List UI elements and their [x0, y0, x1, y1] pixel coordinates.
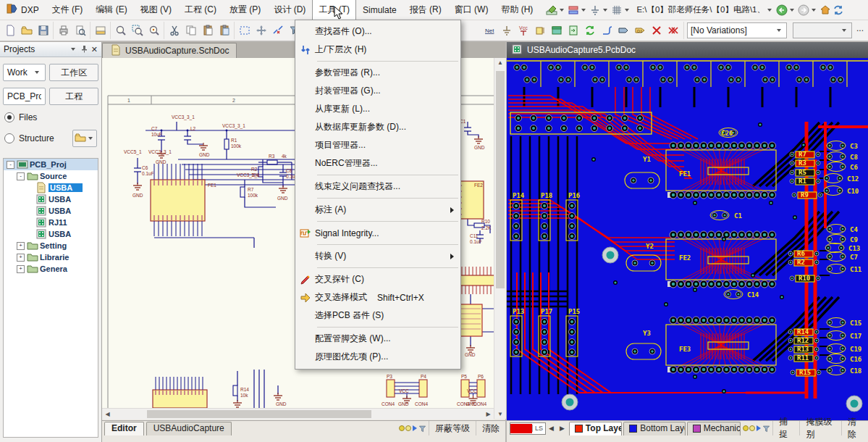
scroll-left-icon[interactable]: ◀: [102, 411, 113, 417]
tree-item[interactable]: -Source: [4, 170, 98, 182]
open-icon[interactable]: [18, 22, 35, 38]
files-radio[interactable]: [4, 112, 14, 122]
annotate-tag-icon[interactable]: D1: [632, 22, 649, 38]
vcc-port-icon[interactable]: Vcc: [515, 22, 532, 38]
mask-level-button[interactable]: 屏蔽等级: [429, 421, 476, 435]
tools-menu-item[interactable]: 项目管理器...: [295, 136, 460, 154]
scroll-right-icon[interactable]: ▶: [483, 411, 494, 417]
zoom-fit-icon[interactable]: [112, 22, 129, 38]
structure-radio[interactable]: [4, 133, 14, 143]
editor-tab[interactable]: Editor: [104, 422, 144, 435]
tab-schdoc[interactable]: USBAudioCapture.SchDoc: [102, 43, 237, 58]
scrollbar-thumb[interactable]: [147, 410, 371, 418]
gnd-port-icon[interactable]: [499, 22, 515, 38]
bus-entry-icon[interactable]: [599, 22, 615, 38]
layer-tab[interactable]: Top Layer: [569, 422, 622, 435]
tree-expand-toggle[interactable]: +: [17, 254, 25, 262]
layer-scroll-left-icon[interactable]: ◀: [546, 425, 557, 432]
pcb-canvas[interactable]: C20Y1FE1P14P18P16C1C3C8C6C12C10R7R3R5R1R…: [507, 58, 868, 420]
filter-icon[interactable]: [762, 425, 770, 433]
project-button[interactable]: 工程: [49, 88, 98, 105]
place-part-icon[interactable]: [532, 22, 549, 38]
print-preview-icon[interactable]: [72, 22, 88, 38]
filter-icon[interactable]: [418, 425, 426, 433]
no-erc-all-icon[interactable]: [665, 22, 682, 38]
document-bottom-tab[interactable]: USBAudioCapture: [146, 422, 232, 435]
menubar-item[interactable]: 视图 (V): [134, 0, 178, 20]
scrollbar-thumb[interactable]: [496, 71, 505, 288]
layer-tab[interactable]: Bottom Layer: [623, 422, 685, 435]
workspace-panel-icon[interactable]: [92, 22, 109, 38]
tree-expand-toggle[interactable]: +: [17, 265, 25, 273]
tree-item[interactable]: USBA: [4, 193, 98, 205]
tree-item[interactable]: RJ11: [4, 217, 98, 228]
menubar-item[interactable]: 文件 (F): [46, 0, 90, 20]
tools-menu-item[interactable]: 交叉选择模式Shift+Ctrl+X: [295, 288, 460, 307]
tools-menu-item[interactable]: 从数据库更新参数 (D)...: [295, 118, 460, 136]
tree-item[interactable]: +Setting: [4, 240, 98, 251]
tools-menu-item[interactable]: 线束定义问题查找器...: [295, 178, 460, 196]
menubar-item[interactable]: Simulate: [356, 1, 403, 19]
zoom-area-icon[interactable]: [129, 22, 146, 38]
mask-level-button[interactable]: 掩膜级别: [799, 421, 840, 435]
forward-icon[interactable]: [797, 2, 819, 18]
home-icon[interactable]: [819, 2, 832, 18]
cut-icon[interactable]: [166, 22, 182, 38]
panel-menu-icon[interactable]: [71, 48, 75, 51]
variations-dropdown[interactable]: [No Variations]: [687, 22, 787, 38]
scroll-down-icon[interactable]: ▼: [494, 411, 506, 417]
tree-item[interactable]: -PCB_Proj: [4, 159, 98, 170]
sheet-entry-icon[interactable]: [565, 22, 582, 38]
tree-item[interactable]: USBA: [4, 228, 98, 240]
dxp-menu[interactable]: DXP: [0, 0, 46, 20]
back-icon[interactable]: [775, 2, 797, 18]
tools-menu-item[interactable]: 选择PCB 器件 (S): [295, 307, 460, 325]
tree-expand-toggle[interactable]: +: [17, 242, 25, 250]
sheet-symbol-icon[interactable]: [549, 22, 565, 38]
empty-dropdown[interactable]: [793, 22, 852, 38]
tree-item[interactable]: +Librarie: [4, 251, 98, 263]
menubar-item[interactable]: 窗口 (W): [448, 0, 495, 20]
tools-menu-item[interactable]: 封装管理器 (G)...: [295, 82, 460, 100]
tools-menu-item[interactable]: 从库更新 (L)...: [295, 100, 460, 118]
open-project-button[interactable]: [72, 130, 97, 147]
paste-special-icon[interactable]: [216, 22, 232, 38]
draw-tools-icon[interactable]: [545, 2, 567, 18]
pcb-title-bar[interactable]: USBAudioCapture5.PcbDoc: [507, 42, 868, 58]
tree-item[interactable]: +Genera: [4, 263, 98, 275]
move-selection-icon[interactable]: [253, 22, 269, 38]
no-erc-icon[interactable]: [649, 22, 665, 38]
layer-set-swatch[interactable]: LS: [510, 422, 546, 435]
new-doc-icon[interactable]: [1, 22, 18, 38]
zoom-point-icon[interactable]: [146, 22, 162, 38]
workspace-button[interactable]: 工作区: [49, 64, 98, 81]
layer-tab[interactable]: Mechanica: [687, 422, 741, 435]
clear-button[interactable]: 清除: [841, 421, 868, 435]
tools-menu-item[interactable]: 查找器件 (O)...: [295, 22, 460, 41]
menubar-item[interactable]: 设计 (D): [267, 0, 312, 20]
close-icon[interactable]: ✕: [91, 45, 98, 54]
menubar-item[interactable]: 报告 (R): [403, 0, 448, 20]
tools-menu-item[interactable]: 转换 (V): [295, 247, 460, 265]
snap-button[interactable]: 捕捉: [772, 421, 799, 435]
play-icon[interactable]: [413, 425, 417, 431]
structure-radio-row[interactable]: Structure: [4, 130, 97, 147]
tools-menu-item[interactable]: NoERC管理器...: [295, 154, 460, 172]
tools-menu-item[interactable]: 上/下层次 (H): [295, 41, 460, 59]
more-options-button[interactable]: ...: [855, 23, 868, 38]
scroll-up-icon[interactable]: ▲: [494, 59, 506, 66]
save-icon[interactable]: [35, 22, 51, 38]
files-radio-row[interactable]: Files: [4, 112, 97, 122]
break-wire-icon[interactable]: [269, 22, 286, 38]
menubar-item[interactable]: 工程 (C): [178, 0, 223, 20]
layer-tools-icon[interactable]: [567, 2, 589, 18]
sync-icon[interactable]: [832, 2, 845, 18]
horizontal-scrollbar[interactable]: ◀ ▶: [102, 408, 494, 420]
tree-item[interactable]: USBA: [4, 182, 98, 193]
tools-menu-item[interactable]: 配置管脚交换 (W)...: [295, 330, 460, 348]
print-icon[interactable]: [55, 22, 72, 38]
tools-menu-item[interactable]: 参数管理器 (R)...: [295, 64, 460, 82]
tree-item[interactable]: USBA: [4, 205, 98, 217]
play-icon[interactable]: [757, 425, 761, 431]
workspace-dropdown[interactable]: Work: [3, 64, 46, 81]
